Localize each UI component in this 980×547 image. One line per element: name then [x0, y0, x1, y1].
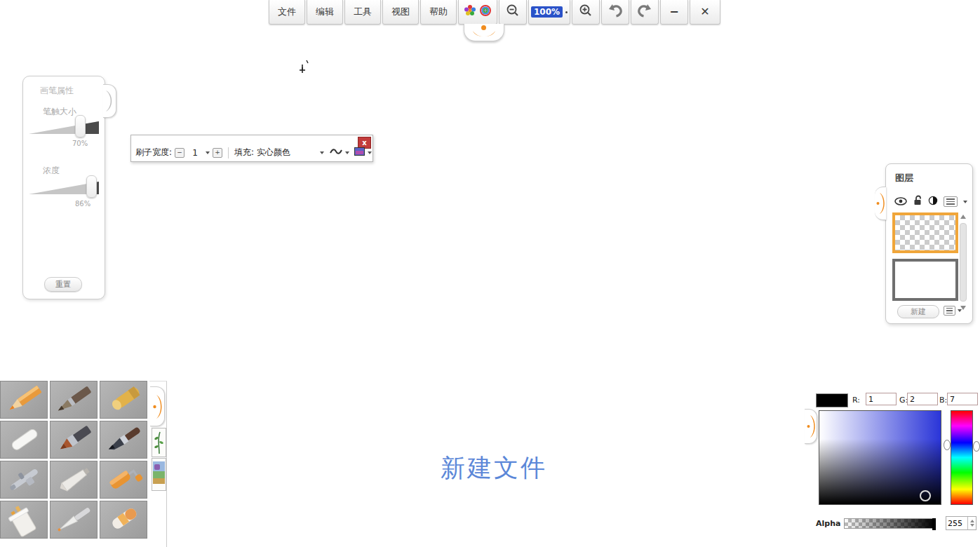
brush-airbrush[interactable] [0, 461, 48, 499]
toolbar-collapse-handle[interactable] [464, 24, 504, 41]
layer-item-2[interactable] [892, 259, 958, 301]
brush-density-slider[interactable] [29, 177, 99, 196]
menu-edit[interactable]: 编辑 [307, 0, 343, 25]
main-toolbar: 文件 编辑 工具 视图 帮助 [269, 0, 720, 25]
brush-width-value[interactable]: 1 [187, 148, 203, 158]
redo-button[interactable] [631, 0, 659, 25]
menu-help[interactable]: 帮助 [420, 0, 457, 25]
color-field-cursor[interactable] [920, 490, 931, 501]
brush-soft-eraser[interactable] [100, 501, 147, 539]
alpha-spinner[interactable] [967, 517, 976, 529]
orange-crescent-icon [876, 191, 885, 216]
brush-liner-brush[interactable] [50, 501, 98, 539]
alpha-spinbox [946, 516, 976, 530]
layer-item-1-selected[interactable] [892, 212, 958, 253]
brush-panel-collapse-handle[interactable] [103, 84, 116, 118]
width-decrease-button[interactable]: − [175, 148, 184, 158]
layer-menu-dropdown-icon[interactable] [963, 201, 967, 203]
brush-size-knob[interactable] [75, 115, 86, 137]
minimize-button[interactable]: − [660, 0, 688, 25]
menu-help-label: 帮助 [429, 6, 448, 18]
hue-handle-right[interactable] [973, 441, 980, 452]
new-layer-button[interactable]: 新建 [897, 305, 939, 318]
logo-buttons[interactable] [458, 0, 497, 25]
menu-file[interactable]: 文件 [269, 0, 305, 25]
texture-thumb-plant[interactable] [152, 428, 166, 457]
palette-collapse-handle[interactable] [150, 386, 165, 426]
lock-icon[interactable] [913, 195, 922, 208]
spinner-down-icon[interactable] [970, 524, 974, 527]
texture-dropdown-icon[interactable] [368, 151, 372, 154]
brush-paint-roller[interactable] [100, 461, 147, 499]
orange-crescent-icon [153, 392, 162, 421]
menu-tools[interactable]: 工具 [344, 0, 381, 25]
brush-properties-panel: 画笔属性 笔触大小 70% 浓度 86% 重置 [22, 76, 105, 299]
brush-size-track [29, 117, 99, 135]
layers-options-dropdown-icon[interactable] [958, 309, 962, 312]
stroke-curve-icon[interactable] [330, 147, 342, 158]
r-input[interactable] [866, 393, 897, 405]
blend-halfmoon-icon[interactable] [928, 195, 938, 208]
zoom-dropdown-dot[interactable] [565, 11, 568, 13]
zoom-level-display[interactable]: 100% [528, 0, 570, 25]
saturation-value-field[interactable] [819, 410, 941, 505]
alpha-slider[interactable] [844, 518, 935, 529]
minus-icon: − [177, 149, 182, 156]
visibility-eye-icon[interactable] [894, 195, 907, 208]
close-button[interactable]: ✕ [690, 0, 720, 25]
layers-collapse-handle[interactable] [875, 187, 886, 220]
layer-menu-button[interactable] [944, 196, 958, 207]
new-layer-button-label: 新建 [911, 306, 926, 317]
menu-view[interactable]: 视图 [382, 0, 419, 25]
brush-yellow-crayon[interactable] [100, 381, 147, 419]
hue-slider[interactable] [951, 410, 973, 505]
brush-orange-pencil[interactable] [0, 381, 48, 419]
undo-icon [608, 3, 623, 21]
brush-density-knob[interactable] [86, 175, 97, 198]
reset-button-label: 重置 [55, 279, 71, 290]
width-dropdown-icon[interactable] [206, 151, 210, 154]
fill-value[interactable]: 实心颜色 [257, 147, 317, 158]
b-input[interactable] [947, 393, 978, 405]
color-picker-collapse-handle[interactable] [805, 409, 817, 444]
spinner-up-icon[interactable] [970, 520, 974, 522]
app-window: 文件 编辑 工具 视图 帮助 [0, 0, 980, 547]
scrollbar-thumb[interactable] [960, 223, 967, 302]
brush-size-slider[interactable] [29, 117, 99, 135]
scroll-up-icon[interactable] [960, 215, 966, 219]
brush-size-label: 笔触大小 [43, 106, 76, 118]
current-color-swatch[interactable] [816, 393, 848, 407]
alpha-input[interactable] [946, 519, 967, 528]
hue-handle-left[interactable] [944, 440, 951, 450]
color-flower-icon [464, 4, 476, 20]
alpha-label: Alpha [816, 519, 840, 528]
layers-scrollbar[interactable] [959, 215, 967, 318]
texture-image-icon[interactable] [354, 147, 365, 158]
magnifier-plus-icon [579, 4, 593, 20]
undo-button[interactable] [601, 0, 629, 25]
menu-view-label: 视图 [391, 6, 410, 18]
menu-file-label: 文件 [278, 6, 296, 18]
brush-marker-jar[interactable] [0, 501, 48, 539]
fill-dropdown-icon[interactable] [320, 151, 324, 154]
brush-white-chalk[interactable] [0, 421, 48, 459]
g-input[interactable] [907, 393, 938, 405]
reset-button[interactable]: 重置 [44, 277, 82, 292]
curve-dropdown-icon[interactable] [345, 151, 349, 154]
layers-options-button[interactable] [944, 306, 955, 316]
rainbow-spiral-icon [479, 4, 492, 20]
alpha-slider-handle[interactable] [932, 518, 936, 530]
width-increase-button[interactable]: + [213, 148, 222, 158]
smile-icon [471, 30, 497, 39]
orange-crescent-icon [807, 413, 815, 440]
minimize-icon: − [669, 6, 678, 18]
zoom-in-button[interactable] [572, 0, 600, 25]
zoom-out-button[interactable] [499, 0, 527, 25]
brush-paint-tube[interactable] [50, 461, 98, 499]
texture-thumb-landscape[interactable] [152, 458, 166, 491]
gray-crescent-icon [105, 88, 114, 114]
brush-charcoal-pencil[interactable] [50, 381, 98, 419]
brush-ink-brush[interactable] [100, 421, 147, 459]
layers-panel-title: 图层 [895, 172, 913, 184]
brush-flat-brush[interactable] [50, 421, 98, 459]
